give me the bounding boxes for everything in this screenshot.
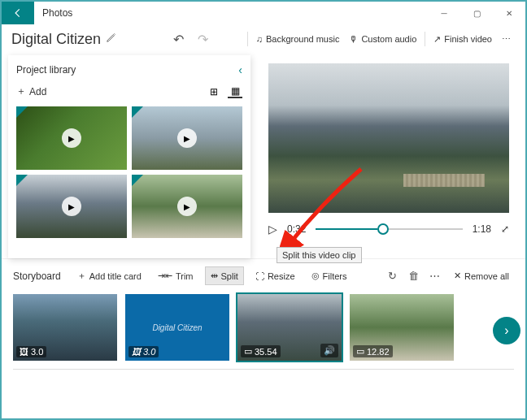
filters-button[interactable]: ◎Filters	[307, 267, 352, 284]
total-time: 1:18	[473, 223, 491, 235]
redo-button: ↷	[190, 32, 215, 47]
library-thumb[interactable]: ▶	[16, 106, 127, 170]
fullscreen-icon[interactable]: ⤢	[501, 223, 509, 235]
title-bar: Photos ─ ▢ ✕	[2, 2, 525, 24]
next-button[interactable]: ›	[493, 317, 520, 344]
grid-large-icon[interactable]: ⊞	[207, 85, 221, 98]
project-name[interactable]: Digital Citizen	[11, 31, 101, 48]
split-icon: ⇹	[211, 271, 218, 281]
edit-name-icon[interactable]	[106, 32, 117, 46]
library-title: Project library	[16, 64, 76, 76]
project-library-panel: Project library ‹ ＋ Add ⊞ ▦ ▶ ▶ ▶ ▶	[8, 55, 250, 258]
delete-button[interactable]: 🗑	[407, 270, 421, 282]
filters-icon: ◎	[311, 271, 320, 281]
split-tooltip: Split this video clip	[277, 247, 362, 263]
rotate-button[interactable]: ↻	[385, 270, 400, 282]
more-storyboard-button[interactable]: ⋯	[428, 270, 442, 282]
play-icon: ▶	[62, 128, 81, 148]
trim-button[interactable]: ⇥⇤Trim	[153, 267, 198, 284]
clips-strip: 🖼3.0 Digital Citizen 🖼3.0 ▭35.54 🔊 ▭12.8…	[2, 286, 525, 369]
undo-button[interactable]: ↶	[166, 32, 190, 47]
maximize-button[interactable]: ▢	[460, 2, 493, 24]
image-icon: 🖼	[132, 347, 141, 357]
add-title-card-button[interactable]: ＋ Add title card	[72, 266, 146, 285]
collapse-icon[interactable]: ‹	[238, 63, 242, 76]
finish-video-button[interactable]: ↗ Finish video	[433, 34, 492, 45]
clip-item[interactable]: ▭35.54 🔊	[237, 294, 342, 361]
library-thumb[interactable]: ▶	[16, 175, 127, 238]
export-icon: ↗	[433, 34, 441, 45]
remove-all-button[interactable]: ✕ Remove all	[449, 267, 514, 284]
storyboard-toolbar: Storyboard ＋ Add title card ⇥⇤Trim ⇹Spli…	[2, 258, 525, 286]
resize-button[interactable]: ⛶Resize	[250, 268, 300, 284]
video-icon: ▭	[356, 346, 364, 357]
more-button[interactable]: ⋯	[502, 34, 511, 45]
close-button[interactable]: ✕	[493, 2, 525, 24]
grid-small-icon[interactable]: ▦	[228, 85, 242, 98]
clip-item[interactable]: ▭12.82	[350, 294, 454, 361]
clip-item[interactable]: Digital Citizen 🖼3.0	[125, 294, 229, 361]
add-button[interactable]: ＋ Add	[16, 84, 46, 98]
sound-icon: 🔊	[320, 344, 338, 357]
library-thumb[interactable]: ▶	[132, 175, 242, 238]
play-icon: ▶	[177, 128, 197, 148]
library-thumb[interactable]: ▶	[132, 106, 242, 170]
play-icon: ▶	[177, 197, 197, 216]
audio-icon: 🎙	[349, 34, 358, 44]
video-icon: ▭	[244, 346, 252, 357]
play-button[interactable]: ▷	[268, 223, 277, 236]
custom-audio-button[interactable]: 🎙 Custom audio	[349, 34, 416, 44]
background-music-button[interactable]: ♫ Background music	[256, 34, 340, 44]
music-icon: ♫	[256, 34, 263, 44]
header-toolbar: Digital Citizen ↶ ↷ ♫ Background music 🎙…	[2, 24, 525, 54]
minimize-button[interactable]: ─	[428, 2, 460, 24]
resize-icon: ⛶	[255, 271, 264, 281]
split-button[interactable]: ⇹Split	[205, 266, 244, 285]
annotation-arrow	[280, 164, 369, 253]
back-button[interactable]	[2, 2, 34, 24]
trim-icon: ⇥⇤	[158, 271, 172, 281]
window-title: Photos	[34, 7, 428, 19]
play-icon: ▶	[62, 197, 81, 216]
clip-item[interactable]: 🖼3.0	[13, 294, 117, 361]
storyboard-title: Storyboard	[13, 271, 61, 282]
plus-icon: ＋	[16, 84, 26, 98]
image-icon: 🖼	[20, 347, 28, 357]
